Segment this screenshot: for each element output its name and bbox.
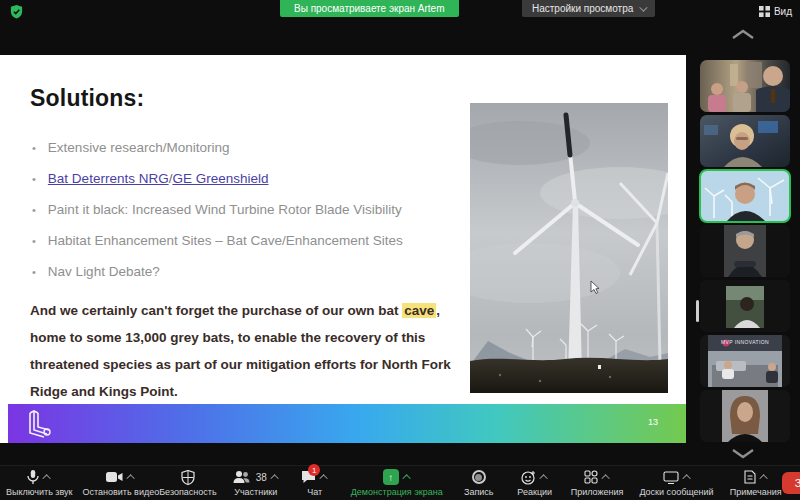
reactions-label: Реакции bbox=[517, 487, 552, 497]
shield-icon bbox=[181, 470, 195, 485]
zoom-meeting-window: Вы просматриваете экран Artem Настройки … bbox=[0, 0, 800, 500]
mute-chevron-icon[interactable] bbox=[43, 474, 51, 482]
participant-video-person-phone[interactable] bbox=[700, 280, 790, 332]
scroll-up-chevron-icon[interactable] bbox=[730, 28, 756, 40]
highlighted-word: cave bbox=[402, 303, 436, 318]
video-chevron-icon[interactable] bbox=[127, 474, 135, 482]
link-bat-deterrents-nrg[interactable]: Bat Deterrents NRG bbox=[48, 171, 169, 186]
view-settings-button[interactable]: Настройки просмотра bbox=[522, 0, 655, 17]
bullet-nav-light: • Nav Light Debate? bbox=[32, 264, 477, 295]
bullet-text: Nav Light Debate? bbox=[48, 264, 160, 279]
share-screen-button[interactable]: ↑ Демонстрация экрана bbox=[351, 469, 443, 497]
meeting-toolbar: Выключить звук Остановить видео bbox=[0, 465, 800, 500]
bullet-list: • Extensive research/Monitoring • Bat De… bbox=[32, 140, 477, 295]
bullet-dot: • bbox=[32, 173, 36, 185]
slide-paragraph: And we certainly can't forget the purcha… bbox=[30, 297, 464, 405]
whiteboard-icon bbox=[663, 471, 679, 484]
view-settings-label: Настройки просмотра bbox=[532, 3, 633, 14]
participant-video-conference-room[interactable] bbox=[700, 60, 790, 112]
reactions-chevron-icon[interactable] bbox=[540, 474, 548, 482]
apps-icon bbox=[584, 470, 598, 484]
reactions-button[interactable]: Реакции bbox=[515, 469, 555, 497]
scroll-down-chevron-icon[interactable] bbox=[730, 448, 756, 460]
viewing-screen-banner: Вы просматриваете экран Artem bbox=[280, 0, 459, 17]
participants-label: Участники bbox=[234, 487, 277, 497]
mute-label: Выключить звук bbox=[6, 487, 73, 497]
wind-turbines-photo bbox=[470, 103, 668, 393]
camera-icon bbox=[106, 471, 123, 483]
bullet-text: Habitat Enhancement Sites – Bat Cave/Enh… bbox=[48, 233, 403, 248]
bullet-paint-it-black: • Paint it black: Increased Wind Turbine… bbox=[32, 202, 477, 233]
banner-text: Вы просматриваете экран Artem bbox=[294, 3, 445, 14]
notes-label: Примечания bbox=[730, 487, 782, 497]
share-chevron-icon[interactable] bbox=[402, 474, 410, 482]
notes-icon bbox=[744, 470, 756, 484]
notes-chevron-icon[interactable] bbox=[759, 474, 767, 482]
bullet-text: Paint it black: Increased Wind Turbine R… bbox=[48, 202, 402, 217]
apps-button[interactable]: Приложения bbox=[571, 469, 624, 497]
bullet-dot: • bbox=[32, 266, 36, 278]
chat-button[interactable]: 1 Чат bbox=[295, 469, 335, 497]
bullet-links: Bat Deterrents NRG/GE Greenshield bbox=[48, 171, 269, 186]
paragraph-before: And we certainly can't forget the purcha… bbox=[30, 303, 402, 318]
stop-video-label: Остановить видео bbox=[83, 487, 160, 497]
participant-tiles: MVP INNOVATION bbox=[700, 60, 790, 442]
security-shield-icon bbox=[9, 4, 24, 19]
participants-icon bbox=[233, 470, 250, 484]
slide-page-number: 13 bbox=[648, 417, 658, 427]
smiley-reactions-icon bbox=[521, 470, 536, 485]
participant-video-active-speaker[interactable] bbox=[700, 170, 790, 222]
apps-chevron-icon[interactable] bbox=[601, 474, 609, 482]
top-bar: Вы просматриваете экран Artem Настройки … bbox=[0, 0, 800, 22]
company-logo-icon bbox=[26, 409, 54, 439]
notes-button[interactable]: Примечания bbox=[730, 469, 782, 497]
participants-strip: MVP INNOVATION bbox=[690, 0, 800, 465]
end-meeting-button[interactable]: Завершить bbox=[782, 472, 800, 494]
slide-footer-bar: 13 bbox=[8, 404, 686, 443]
record-label: Запись bbox=[464, 487, 494, 497]
participants-chevron-icon[interactable] bbox=[270, 474, 278, 482]
bullet-habitat: • Habitat Enhancement Sites – Bat Cave/E… bbox=[32, 233, 477, 264]
record-button[interactable]: Запись bbox=[459, 469, 499, 497]
slide-title: Solutions: bbox=[30, 85, 144, 112]
sidebar-scrollbar[interactable] bbox=[696, 300, 699, 322]
stop-video-button[interactable]: Остановить видео bbox=[83, 469, 160, 497]
participants-button[interactable]: 38 Участники bbox=[233, 469, 279, 497]
bullet-dot: • bbox=[32, 235, 36, 247]
shared-screen-slide: Solutions: • Extensive research/Monitori… bbox=[0, 55, 686, 443]
security-label: Безопасность bbox=[159, 487, 216, 497]
microphone-icon bbox=[27, 470, 39, 485]
participants-count: 38 bbox=[256, 472, 267, 483]
share-screen-label: Демонстрация экрана bbox=[351, 487, 443, 497]
mvp-innovation-sign: MVP INNOVATION bbox=[700, 339, 790, 345]
participant-video-woman-office[interactable] bbox=[700, 115, 790, 167]
chat-label: Чат bbox=[307, 487, 322, 497]
whiteboards-chevron-icon[interactable] bbox=[682, 474, 690, 482]
bullet-dot: • bbox=[32, 204, 36, 216]
apps-label: Приложения bbox=[571, 487, 624, 497]
chat-unread-badge: 1 bbox=[308, 464, 320, 476]
whiteboards-label: Доски сообщений bbox=[639, 487, 713, 497]
security-button[interactable]: Безопасность bbox=[159, 469, 216, 497]
record-icon bbox=[472, 470, 486, 484]
participant-video-woman-portrait[interactable] bbox=[700, 390, 790, 442]
participant-video-man-suit[interactable] bbox=[700, 225, 790, 277]
mute-button[interactable]: Выключить звук bbox=[6, 469, 73, 497]
chevron-down-icon bbox=[639, 3, 647, 11]
bullet-deterrents: • Bat Deterrents NRG/GE Greenshield bbox=[32, 171, 477, 202]
bullet-research: • Extensive research/Monitoring bbox=[32, 140, 477, 171]
participant-video-mvp-office[interactable]: MVP INNOVATION bbox=[700, 335, 790, 387]
share-screen-icon: ↑ bbox=[383, 469, 399, 485]
link-ge-greenshield[interactable]: GE Greenshield bbox=[172, 171, 268, 186]
whiteboards-button[interactable]: Доски сообщений bbox=[639, 469, 713, 497]
bullet-text: Extensive research/Monitoring bbox=[48, 140, 230, 155]
bullet-dot: • bbox=[32, 142, 36, 154]
chat-chevron-icon[interactable] bbox=[320, 474, 328, 482]
